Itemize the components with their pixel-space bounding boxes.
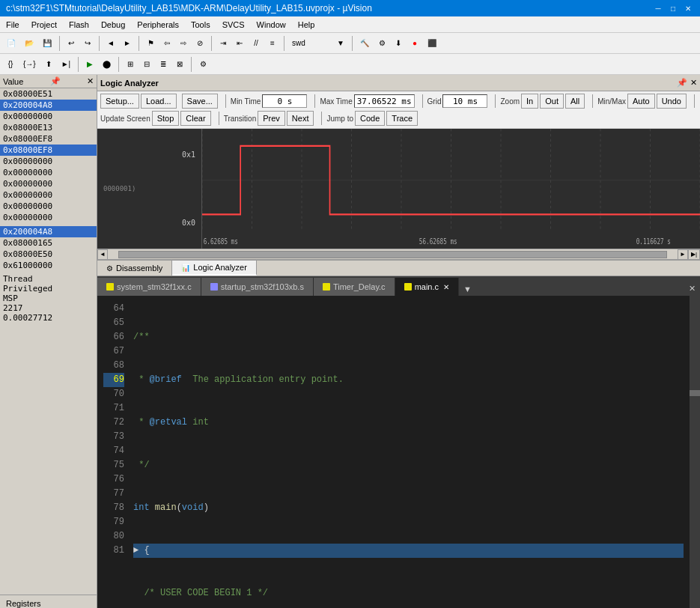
menu-help[interactable]: Help [292, 19, 321, 31]
reg-value-8[interactable]: 0x00000000 [0, 167, 97, 178]
code-tab-system[interactable]: system_stm32f1xx.c [97, 278, 201, 296]
minimize-button[interactable]: ─ [652, 2, 664, 14]
maximize-button[interactable]: □ [667, 2, 679, 14]
save-button[interactable]: Save... [182, 94, 218, 109]
tab-disassembly[interactable]: ⚙ Disassembly [97, 261, 172, 276]
toolbar-new[interactable]: 📄 [3, 35, 19, 52]
reg-value-5[interactable]: 0x08000EF8 [0, 133, 97, 145]
registers-tab[interactable]: Registers [0, 595, 97, 608]
toolbar-save[interactable]: 💾 [39, 35, 55, 52]
toolbar-step-over[interactable]: {→} [19, 56, 40, 73]
toolbar-debug[interactable]: ● [407, 35, 422, 52]
reg-current-1[interactable]: 0x200004A8 [0, 226, 97, 237]
reg-value-6[interactable]: 0x08000EF8 [0, 145, 97, 156]
toolbar-run-to-cursor[interactable]: ►| [58, 56, 75, 73]
toolbar-back[interactable]: ◄ [103, 35, 118, 52]
scroll-thumb[interactable] [118, 251, 667, 258]
zoom-all-button[interactable]: All [565, 94, 585, 109]
reg-current-3[interactable]: 0x08000E50 [0, 249, 97, 260]
menu-debug[interactable]: Debug [95, 19, 131, 31]
menu-tools[interactable]: Tools [185, 19, 216, 31]
code-vscroll-thumb[interactable] [690, 390, 700, 396]
la-scrollbar[interactable]: ◄ ► ▶| [97, 249, 700, 259]
transition-next-button[interactable]: Next [287, 111, 314, 126]
scroll-left-arrow[interactable]: ◄ [97, 249, 108, 260]
code-tab-main[interactable]: main.c ✕ [395, 278, 459, 296]
toolbar-view3[interactable]: ≣ [156, 56, 171, 73]
menu-flash[interactable]: Flash [63, 19, 95, 31]
jumpto-trace-button[interactable]: Trace [386, 111, 418, 126]
toolbar-bookmark[interactable]: ⚑ [143, 35, 158, 52]
reg-value-3[interactable]: 0x00000000 [0, 111, 97, 122]
toolbar-run[interactable]: ▶ [82, 56, 97, 73]
svg-text:6.62685 ms: 6.62685 ms [204, 237, 238, 246]
toolbar-step-into[interactable]: {} [3, 56, 18, 73]
reg-value-12[interactable]: 0x00000000 [0, 212, 97, 223]
menu-window[interactable]: Window [251, 19, 292, 31]
reg-value-4[interactable]: 0x08000E13 [0, 122, 97, 133]
jumpto-code-button[interactable]: Code [355, 111, 385, 126]
la-close-icon[interactable]: ✕ [690, 78, 697, 88]
menu-file[interactable]: File [0, 19, 25, 31]
menu-peripherals[interactable]: Peripherals [131, 19, 185, 31]
toolbar-find[interactable]: swd ▼ [288, 35, 348, 52]
toolbar-toggle-comment[interactable]: // [249, 35, 264, 52]
waveform-canvas-container[interactable]: 6.62685 ms 56.62685 ms 0.116627 s [202, 129, 700, 249]
toolbar-format[interactable]: ≡ [265, 35, 280, 52]
code-editor-close[interactable]: ✕ [684, 282, 700, 296]
menu-project[interactable]: Project [25, 19, 63, 31]
code-tab-timer[interactable]: Timer_Delay.c [314, 278, 395, 296]
toolbar-view1[interactable]: ⊞ [123, 56, 138, 73]
reg-value-1[interactable]: 0x08000E51 [0, 88, 97, 100]
reg-current-4[interactable]: 0x61000000 [0, 260, 97, 271]
toolbar-next-bookmark[interactable]: ⇨ [176, 35, 191, 52]
la-jumpto-section: Jump to Code Trace [326, 111, 418, 126]
menu-svcs[interactable]: SVCS [216, 19, 251, 31]
reg-value-11[interactable]: 0x00000000 [0, 201, 97, 212]
reg-value-2[interactable]: 0x200004A8 [0, 100, 97, 111]
zoom-in-button[interactable]: In [521, 94, 538, 109]
reg-value-10[interactable]: 0x00000000 [0, 189, 97, 201]
code-tabs-dropdown[interactable]: ▼ [459, 282, 476, 296]
reg-value-7[interactable]: 0x00000000 [0, 156, 97, 167]
toolbar-clear-bookmark[interactable]: ⊘ [192, 35, 207, 52]
update-stop-button[interactable]: Stop [152, 111, 180, 126]
scroll-right-arrow[interactable]: ► [678, 249, 688, 260]
left-header-label: Value [3, 77, 23, 86]
y-high-label: 0x1 [100, 151, 201, 159]
toolbar-unindent[interactable]: ⇤ [232, 35, 247, 52]
close-left-icon[interactable]: ✕ [87, 76, 94, 86]
toolbar-redo[interactable]: ↪ [80, 35, 95, 52]
toolbar-prev-bookmark[interactable]: ⇦ [159, 35, 174, 52]
code-content[interactable]: /** * @brief The application entry point… [127, 296, 690, 608]
toolbar-stop[interactable]: ⬛ [424, 35, 440, 52]
toolbar-view2[interactable]: ⊟ [139, 56, 154, 73]
tab-logic-analyzer[interactable]: 📊 Logic Analyzer [172, 261, 257, 276]
toolbar-debug-mode[interactable]: ⬤ [99, 56, 115, 73]
minmax-auto-button[interactable]: Auto [627, 94, 655, 109]
setup-button[interactable]: Setup... [100, 94, 139, 109]
reg-value-9[interactable]: 0x00000000 [0, 178, 97, 189]
toolbar-forward[interactable]: ► [120, 35, 135, 52]
toolbar-settings[interactable]: ⚙ [195, 56, 210, 73]
zoom-out-button[interactable]: Out [540, 94, 564, 109]
toolbar-download[interactable]: ⬇ [391, 35, 406, 52]
toolbar-undo[interactable]: ↩ [64, 35, 79, 52]
toolbar-open[interactable]: 📂 [21, 35, 37, 52]
code-tab-startup[interactable]: startup_stm32f103xb.s [201, 278, 314, 296]
code-line-68: int main(void) [133, 501, 684, 515]
main-tab-close[interactable]: ✕ [443, 283, 449, 291]
minmax-undo-button[interactable]: Undo [657, 94, 687, 109]
transition-prev-button[interactable]: Prev [258, 111, 285, 126]
load-button[interactable]: Load... [141, 94, 177, 109]
close-button[interactable]: ✕ [682, 2, 694, 14]
toolbar-view4[interactable]: ⊠ [172, 56, 187, 73]
reg-current-2[interactable]: 0x08000165 [0, 237, 97, 249]
toolbar-indent[interactable]: ⇥ [216, 35, 231, 52]
scroll-end-arrow[interactable]: ▶| [688, 249, 700, 260]
toolbar-build[interactable]: 🔨 [356, 35, 373, 52]
toolbar-step-out[interactable]: ⬆ [41, 56, 56, 73]
code-scroll-indicator[interactable] [690, 296, 700, 608]
update-clear-button[interactable]: Clear [180, 111, 210, 126]
toolbar-rebuild[interactable]: ⚙ [374, 35, 389, 52]
